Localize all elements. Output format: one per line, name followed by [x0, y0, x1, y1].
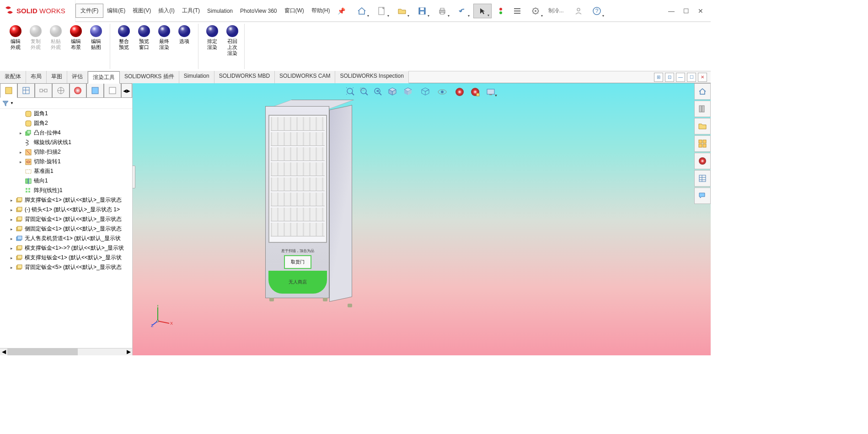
feature-tree-tab[interactable]	[0, 83, 17, 98]
undo-button[interactable]: ▼	[453, 4, 472, 18]
custom-props-tab[interactable]	[694, 170, 711, 187]
tree-item[interactable]: ▸(-) 锁头<1> (默认<<默认>_显示状态 1>	[0, 205, 132, 214]
tab-solidworks-mbd[interactable]: SOLIDWORKS MBD	[214, 71, 275, 83]
previous-view-button[interactable]	[372, 86, 384, 98]
tree-item[interactable]: ▸凸台-拉伸4	[0, 128, 132, 138]
ribbon-integrated-preview[interactable]: 整合 预览	[116, 24, 132, 69]
home-button[interactable]: ▼	[353, 4, 371, 18]
tree-item[interactable]: ▸侧固定钣金<1> (默认<<默认>_显示状态	[0, 224, 132, 234]
menu-simulation[interactable]: Simulation	[204, 6, 236, 16]
coordinate-triad[interactable]: X Y Z	[151, 305, 174, 328]
display-tab-3[interactable]	[104, 83, 121, 98]
print-button[interactable]: ▼	[433, 4, 451, 18]
tree-item[interactable]: ▸横支撑钣金<1>->? (默认<<默认>_显示状	[0, 243, 132, 253]
menu-insert[interactable]: 插入(I)	[155, 5, 178, 16]
feature-tree[interactable]: 圆角1圆角2▸凸台-拉伸4螺旋线/涡状线1▸切除-扫描2▸切除-旋转1基准面1镜…	[0, 109, 132, 348]
ribbon-decal[interactable]: 编辑 贴图	[88, 24, 104, 69]
appearances-tab[interactable]	[694, 153, 711, 169]
section-view-button[interactable]	[386, 86, 398, 98]
expand-icon[interactable]: ▸	[9, 227, 14, 231]
tab-solidworks-cam[interactable]: SOLIDWORKS CAM	[275, 71, 335, 83]
expand-icon[interactable]: ▸	[9, 217, 14, 222]
menu-photoview[interactable]: PhotoView 360	[236, 6, 281, 16]
hide-show-button[interactable]: ▼	[434, 86, 450, 98]
save-button[interactable]: ▼	[413, 4, 431, 18]
file-explorer-tab[interactable]	[694, 118, 711, 134]
property-tab[interactable]	[17, 83, 35, 98]
filter-icon[interactable]	[2, 100, 9, 107]
tab-草图[interactable]: 草图	[47, 71, 67, 83]
zoom-area-button[interactable]	[359, 86, 370, 98]
ribbon-appearance[interactable]: 编辑 外观	[7, 24, 24, 69]
design-library-tab[interactable]	[694, 101, 711, 117]
more-tabs-button[interactable]: ◀▶	[121, 83, 132, 98]
tab-评估[interactable]: 评估	[67, 71, 88, 83]
tree-item[interactable]: ▸背固定钣金<1> (默认<<默认>_显示状态	[0, 214, 132, 224]
tree-item[interactable]: ▸背固定钣金<5> (默认<<默认>_显示状态	[0, 263, 132, 272]
ribbon-options[interactable]: 选项	[176, 24, 193, 69]
options-button[interactable]: ▼	[526, 4, 545, 18]
search-input[interactable]: 制冷...	[547, 6, 569, 16]
expand-icon[interactable]: ▸	[18, 160, 23, 164]
horizontal-scrollbar[interactable]: ◀ ▶	[0, 348, 132, 355]
display-tab[interactable]	[70, 83, 87, 98]
tree-item[interactable]: 基准面1	[0, 166, 132, 176]
tree-item[interactable]: 圆角2	[0, 118, 132, 128]
close-button[interactable]: ✕	[695, 5, 706, 16]
open-button[interactable]: ▼	[393, 4, 411, 18]
expand-icon[interactable]: ▸	[9, 208, 14, 212]
tab-布局[interactable]: 布局	[26, 71, 47, 83]
doc-minimize-button[interactable]: —	[676, 73, 685, 82]
view-orientation-button[interactable]: ▼	[400, 86, 415, 98]
maximize-button[interactable]: ☐	[680, 5, 691, 16]
ribbon-recall[interactable]: 召回 上次 渲染	[224, 24, 241, 69]
new-button[interactable]: ▼	[373, 4, 391, 18]
ribbon-scene[interactable]: 编辑 布景	[68, 24, 84, 69]
apply-scene-button[interactable]	[469, 86, 481, 98]
dimxpert-tab[interactable]	[52, 83, 70, 98]
tab-渲染工具[interactable]: 渲染工具	[88, 71, 120, 84]
tree-item[interactable]: ▸脚支撑钣金<1> (默认<<默认>_显示状态	[0, 195, 132, 205]
pin-icon[interactable]: 📌	[338, 7, 345, 15]
view-palette-tab[interactable]	[694, 135, 711, 152]
tree-item[interactable]: 螺旋线/涡状线1	[0, 138, 132, 147]
tab-solidworks-插件[interactable]: SOLIDWORKS 插件	[120, 71, 179, 83]
minimize-button[interactable]: —	[666, 5, 677, 16]
tree-item[interactable]: ▸无人售卖机货道<1> (默认<默认_显示状	[0, 234, 132, 243]
tree-item[interactable]: 镜向1	[0, 176, 132, 186]
help-button[interactable]: ?▼	[588, 4, 606, 18]
graphics-viewport[interactable]: ▼ ▼ ▼ ▼ ▼ 差于扫描，顶击为品 取货门 无人商店	[133, 83, 711, 355]
select-button[interactable]: ▼	[473, 4, 492, 18]
tab-装配体[interactable]: 装配体	[0, 71, 26, 83]
panel-splitter[interactable]	[133, 166, 135, 188]
config-tab[interactable]	[35, 83, 52, 98]
expand-icon[interactable]: ▸	[9, 236, 14, 241]
display-tab-2[interactable]	[86, 83, 104, 98]
ribbon-final-render[interactable]: 最终 渲染	[156, 24, 172, 69]
menu-edit[interactable]: 编辑(E)	[103, 5, 129, 16]
menu-window[interactable]: 窗口(W)	[281, 5, 308, 16]
view-settings-button[interactable]: ▼	[483, 86, 498, 98]
edit-appearance-button[interactable]: ▼	[452, 86, 467, 98]
expand-icon[interactable]: ▸	[18, 131, 23, 135]
menu-help[interactable]: 帮助(H)	[308, 5, 334, 16]
solidworks-resources-tab[interactable]	[694, 83, 711, 100]
doc-maximize-button[interactable]: ☐	[687, 73, 696, 82]
expand-icon[interactable]: ▸	[9, 256, 14, 260]
doc-close-button[interactable]: ✕	[698, 73, 707, 82]
doc-tile-button[interactable]: ⊞	[654, 73, 663, 82]
expand-icon[interactable]: ▸	[9, 265, 14, 270]
menu-tools[interactable]: 工具(T)	[178, 5, 204, 16]
display-style-button[interactable]: ▼	[417, 86, 433, 98]
vending-machine-model[interactable]: 差于扫描，顶击为品 取货门 无人商店	[265, 106, 357, 326]
list-button[interactable]	[510, 4, 525, 18]
menu-file[interactable]: 文件(F)	[75, 4, 103, 18]
menu-view[interactable]: 视图(V)	[129, 5, 155, 16]
ribbon-preview-window[interactable]: 预览 窗口	[136, 24, 152, 69]
expand-icon[interactable]: ▸	[9, 198, 14, 203]
doc-cascade-button[interactable]: ⊡	[665, 73, 674, 82]
user-button[interactable]	[571, 4, 586, 18]
zoom-fit-button[interactable]	[345, 86, 357, 98]
tree-item[interactable]: 阵列(线性)1	[0, 186, 132, 195]
tab-solidworks-inspection[interactable]: SOLIDWORKS Inspection	[335, 71, 408, 83]
